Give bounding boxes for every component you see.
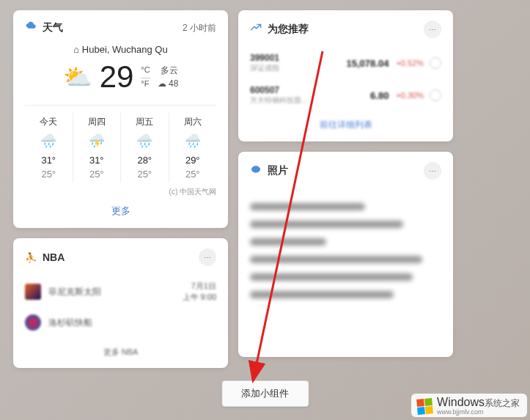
stock-row-0[interactable]: 399001 深证成指 15,078.04 +0.52%	[250, 47, 441, 79]
stocks-header: 为您推荐 ⋯	[250, 21, 441, 38]
stocks-more-link[interactable]: 前往详细列表	[250, 119, 441, 131]
weather-condition-info: 多云 ☁ 48	[158, 64, 179, 90]
nba-title: NBA	[43, 251, 65, 263]
temperature-unit-toggle[interactable]: °C °F	[141, 65, 150, 89]
forecast-day-0[interactable]: 今天 🌧️ 31° 25°	[25, 113, 73, 183]
stocks-title: 为您推荐	[268, 23, 309, 36]
forecast-day-label: 周六	[169, 116, 217, 128]
nba-widget: ⛹ NBA ⋯ 菲尼克斯太阳 7月1日 上午 9:00 洛杉矶快船 更多 NBA	[13, 238, 228, 368]
nba-game-row-1[interactable]: 洛杉矶快船	[25, 309, 216, 336]
forecast-day-hi: 28°	[121, 155, 169, 166]
watermark-url: www.bjjmlv.com	[437, 408, 520, 416]
photos-widget: 照片 ⋯	[238, 152, 453, 357]
nba-icon: ⛹	[25, 252, 37, 263]
weather-time-label: 2 小时前	[183, 22, 216, 34]
forecast-day-1[interactable]: 周四 ⛈️ 31° 25°	[73, 113, 122, 183]
current-condition-icon: ⛅	[63, 63, 92, 91]
stocks-widget: 为您推荐 ⋯ 399001 深证成指 15,078.04 +0.52% 6005…	[238, 10, 453, 141]
stock-name: 方大特钢科技股…	[250, 95, 370, 106]
photos-icon	[250, 163, 262, 178]
forecast-day-label: 今天	[25, 116, 73, 128]
forecast-day-lo: 25°	[121, 169, 169, 180]
stocks-more-button[interactable]: ⋯	[424, 21, 441, 38]
unit-fahrenheit[interactable]: °F	[141, 78, 150, 89]
stock-price: 6.80	[370, 90, 389, 101]
stock-change: +0.52%	[396, 59, 424, 67]
watermark: Windows系统之家 www.bjjmlv.com	[411, 394, 527, 417]
location-text: Hubei, Wuchang Qu	[82, 44, 168, 55]
weather-title: 天气	[43, 21, 63, 34]
forecast-day-hi: 29°	[169, 155, 217, 166]
nba-game-hour: 上午 9:00	[183, 292, 216, 303]
forecast-day-lo: 25°	[73, 169, 121, 180]
stock-price: 15,078.04	[347, 58, 389, 69]
forecast-day-icon: 🌧️	[121, 133, 169, 149]
add-widget-button[interactable]: 添加小组件	[221, 380, 309, 407]
location-icon: ⌂	[73, 44, 79, 55]
nba-game-row-0[interactable]: 菲尼克斯太阳 7月1日 上午 9:00	[25, 275, 216, 309]
photos-more-button[interactable]: ⋯	[424, 162, 441, 180]
add-widget-bar: 添加小组件	[221, 380, 309, 407]
nba-header: ⛹ NBA ⋯	[25, 248, 216, 266]
stock-row-1[interactable]: 600507 方大特钢科技股… 6.80 +0.30%	[250, 79, 441, 111]
nba-team-name: 菲尼克斯太阳	[48, 286, 175, 298]
stocks-icon	[250, 22, 262, 37]
team-logo-clippers	[25, 314, 41, 331]
weather-widget: 天气 2 小时前 ⌂ Hubei, Wuchang Qu ⛅ 29 °C °F …	[13, 10, 228, 228]
forecast-day-lo: 25°	[169, 169, 217, 180]
current-temperature: 29	[100, 59, 134, 95]
photos-header: 照片 ⋯	[250, 162, 441, 180]
weather-location: ⌂ Hubei, Wuchang Qu	[25, 44, 216, 55]
photos-title: 照片	[268, 164, 288, 177]
unit-celsius[interactable]: °C	[141, 65, 150, 78]
team-logo-suns	[25, 284, 41, 300]
weather-more-link[interactable]: 更多	[25, 205, 216, 218]
weather-attribution: (c) 中国天气网	[25, 187, 216, 197]
nba-more-button[interactable]: ⋯	[199, 248, 216, 266]
windows-logo-icon	[416, 398, 433, 415]
nba-game-date: 7月1日	[183, 281, 216, 292]
watermark-main: Windows	[437, 396, 485, 408]
nba-more-link[interactable]: 更多 NBA	[25, 347, 216, 358]
forecast-day-3[interactable]: 周六 🌧️ 29° 25°	[169, 113, 217, 183]
stock-watch-toggle[interactable]	[430, 57, 441, 69]
nba-game-time: 7月1日 上午 9:00	[183, 281, 216, 303]
aqi-text: ☁ 48	[158, 77, 179, 90]
watermark-sub1: 系统之家	[485, 398, 520, 408]
forecast-row: 今天 🌧️ 31° 25° 周四 ⛈️ 31° 25° 周五 🌧️ 28° 25…	[25, 105, 216, 183]
forecast-day-label: 周五	[121, 116, 169, 128]
condition-text: 多云	[158, 64, 179, 77]
forecast-day-hi: 31°	[25, 155, 73, 166]
svg-point-0	[251, 166, 260, 172]
photos-body	[250, 188, 441, 313]
current-weather-row: ⛅ 29 °C °F 多云 ☁ 48	[25, 59, 216, 95]
weather-header: 天气 2 小时前	[25, 21, 216, 35]
forecast-day-icon: ⛈️	[73, 133, 121, 149]
weather-icon	[25, 21, 37, 35]
forecast-day-label: 周四	[73, 116, 121, 128]
stock-watch-toggle[interactable]	[430, 89, 441, 101]
forecast-day-2[interactable]: 周五 🌧️ 28° 25°	[121, 113, 169, 183]
forecast-day-icon: 🌧️	[169, 133, 217, 149]
stock-code: 399001	[250, 53, 347, 63]
forecast-day-icon: 🌧️	[25, 133, 73, 149]
stock-code: 600507	[250, 85, 370, 95]
forecast-day-hi: 31°	[73, 155, 121, 166]
forecast-day-lo: 25°	[25, 169, 73, 180]
nba-team-name: 洛杉矶快船	[48, 317, 216, 329]
stock-name: 深证成指	[250, 63, 347, 73]
stock-change: +0.30%	[396, 91, 424, 100]
